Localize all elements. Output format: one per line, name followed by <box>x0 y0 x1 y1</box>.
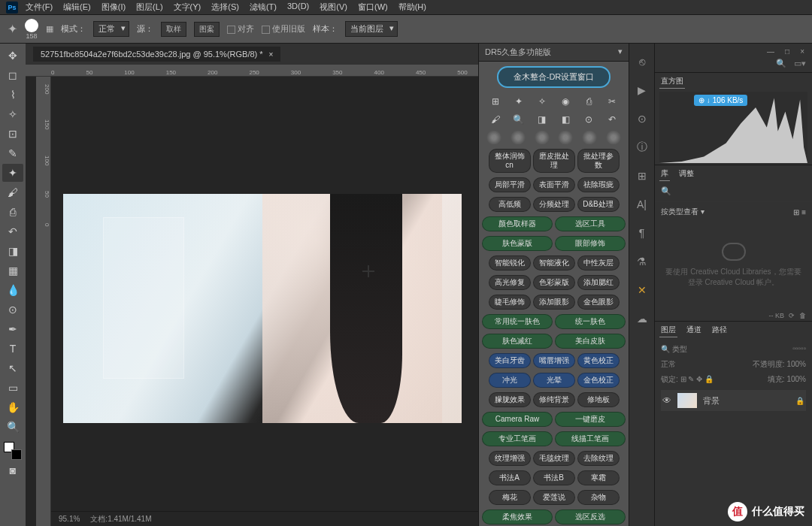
maximize-icon[interactable]: □ <box>785 47 789 56</box>
brush-preset[interactable] <box>581 131 598 144</box>
tool-icon[interactable]: ◉ <box>559 95 572 107</box>
plugin-action[interactable]: 智能锐化 <box>489 255 531 271</box>
plugin-action[interactable]: 寒霜 <box>577 470 620 485</box>
aligned-check[interactable]: 对齐 <box>227 23 254 35</box>
path-select-tool[interactable]: ↖ <box>2 359 23 377</box>
strip-icon[interactable]: ▶ <box>635 83 650 98</box>
quick-mask[interactable]: ◙ <box>2 461 23 479</box>
type-tool[interactable]: T <box>2 340 23 358</box>
document-tab[interactable]: 52751fbc8504a2e7f6bd2c53de39c28.jpg @ 95… <box>33 47 280 62</box>
search-icon[interactable]: 🔍 <box>661 186 671 196</box>
dodge-tool[interactable]: ⊙ <box>2 301 23 319</box>
shape-tool[interactable]: ▭ <box>2 379 23 397</box>
tool-icon[interactable]: ⊙ <box>582 113 595 125</box>
plugin-action[interactable]: 线描工笔画 <box>555 431 626 446</box>
history-brush-tool[interactable]: ↶ <box>2 222 23 240</box>
tool-icon[interactable]: ✧ <box>535 95 549 107</box>
plugin-menu-icon[interactable]: ▾ <box>618 47 623 58</box>
plugin-action[interactable]: 常用统一肤色 <box>482 314 553 329</box>
plugin-action[interactable]: 修纯背景 <box>533 392 575 407</box>
menu-image[interactable]: 图像(I) <box>102 2 126 13</box>
visibility-icon[interactable]: 👁 <box>662 395 671 406</box>
plugin-action[interactable]: 选区反选 <box>555 509 626 524</box>
brush-preset[interactable] <box>486 131 502 144</box>
channels-tab[interactable]: 通道 <box>685 323 703 337</box>
plugin-action[interactable]: 颜色取样器 <box>482 216 553 231</box>
menu-help[interactable]: 帮助(H) <box>398 2 426 13</box>
histogram-tab[interactable]: 直方图 <box>659 74 685 89</box>
layer-thumbnail[interactable] <box>677 393 697 408</box>
plugin-action[interactable]: 智能液化 <box>533 255 575 271</box>
plugin-action[interactable]: 纹理增强 <box>489 451 531 466</box>
minimize-icon[interactable]: — <box>767 47 774 56</box>
library-tab[interactable]: 库 <box>659 167 670 181</box>
brush-panel-icon[interactable]: ▦ <box>46 24 53 34</box>
plugin-action[interactable]: 整体润饰cn <box>489 149 531 173</box>
strip-icon[interactable]: ✕ <box>635 283 650 298</box>
pen-tool[interactable]: ✒ <box>2 320 23 338</box>
menu-edit[interactable]: 编辑(E) <box>63 2 91 13</box>
tool-icon[interactable]: ◧ <box>559 113 572 125</box>
plugin-action[interactable]: 批处理参数 <box>577 149 620 173</box>
trash-icon[interactable]: 🗑 <box>799 312 806 319</box>
brush-preset[interactable] <box>605 131 622 144</box>
plugin-action[interactable]: 中性灰层 <box>577 255 620 271</box>
menu-filter[interactable]: 滤镜(T) <box>250 2 277 13</box>
marquee-tool[interactable]: ◻ <box>2 66 23 84</box>
brush-preset[interactable] <box>534 131 550 144</box>
search-icon[interactable]: 🔍 <box>776 59 786 72</box>
zoom-tool[interactable]: 🔍 <box>2 418 23 436</box>
plugin-action[interactable]: 梅花 <box>489 490 531 505</box>
plugin-action[interactable]: 黄色校正 <box>577 353 620 368</box>
tool-icon[interactable]: 🖌 <box>489 113 502 125</box>
plugin-action[interactable]: 分频处理 <box>533 197 575 212</box>
close-tab-icon[interactable]: × <box>269 50 274 59</box>
grid-view-icon[interactable]: ⊞ ≡ <box>793 208 806 216</box>
plugin-action[interactable]: Camera Raw <box>482 412 553 427</box>
strip-icon[interactable]: ☁ <box>635 311 650 326</box>
canvas-image[interactable] <box>63 194 462 423</box>
source-pattern[interactable]: 图案 <box>194 22 220 37</box>
plugin-action[interactable]: 冲光 <box>489 373 531 388</box>
crop-tool[interactable]: ⊡ <box>2 125 23 143</box>
brush-preview[interactable] <box>25 19 38 32</box>
brush-preset[interactable] <box>557 131 574 144</box>
tool-icon[interactable]: ◨ <box>535 113 549 125</box>
eraser-tool[interactable]: ◨ <box>2 242 23 260</box>
tool-icon[interactable]: ✂ <box>605 95 619 107</box>
plugin-action[interactable]: 局部平滑 <box>489 177 531 192</box>
blur-tool[interactable]: 💧 <box>2 281 23 299</box>
strip-icon[interactable]: A| <box>635 197 650 212</box>
healing-brush-icon[interactable]: ✦ <box>8 22 17 36</box>
plugin-action[interactable]: 添加腮红 <box>577 275 620 290</box>
plugin-action[interactable]: 表面平滑 <box>533 177 575 192</box>
plugin-action[interactable]: 去除纹理 <box>577 451 620 466</box>
plugin-action[interactable]: 金色眼影 <box>577 295 620 310</box>
plugin-action[interactable]: D&B处理 <box>577 197 620 212</box>
plugin-settings-button[interactable]: 金木整合-DR设置窗口 <box>497 66 611 88</box>
plugin-action[interactable]: 书法B <box>533 470 575 485</box>
plugin-action[interactable]: 统一肤色 <box>555 314 626 329</box>
plugin-action[interactable]: 磨皮批处理 <box>533 149 575 173</box>
strip-icon[interactable]: ¶ <box>635 225 650 240</box>
blend-mode-select[interactable]: 正常 <box>93 21 129 37</box>
color-swatches[interactable] <box>4 442 22 460</box>
adjust-tab[interactable]: 调整 <box>677 167 695 181</box>
lock-icon[interactable]: 🔒 <box>795 397 804 405</box>
plugin-action[interactable]: 选区工具 <box>555 216 626 231</box>
view-type-select[interactable]: 按类型查看 ▾ <box>661 207 704 217</box>
plugin-action[interactable]: 嘴唇增强 <box>533 353 575 368</box>
layers-tab[interactable]: 图层 <box>659 323 677 337</box>
source-sampled[interactable]: 取样 <box>161 22 186 37</box>
menu-3d[interactable]: 3D(D) <box>287 2 309 13</box>
legacy-check[interactable]: 使用旧版 <box>262 23 305 35</box>
plugin-action[interactable]: 毛毯纹理 <box>533 451 575 466</box>
plugin-action[interactable]: 柔焦效果 <box>482 509 553 524</box>
plugin-action[interactable]: 一键磨皮 <box>555 412 626 427</box>
zoom-level[interactable]: 95.1% <box>59 515 80 523</box>
plugin-action[interactable]: 美白牙齿 <box>489 353 531 368</box>
plugin-action[interactable]: 专业工笔画 <box>482 431 553 446</box>
workspace-icon[interactable]: ▭▾ <box>794 59 806 72</box>
strip-icon[interactable]: ⊙ <box>635 111 650 126</box>
plugin-action[interactable]: 金色校正 <box>577 373 620 388</box>
